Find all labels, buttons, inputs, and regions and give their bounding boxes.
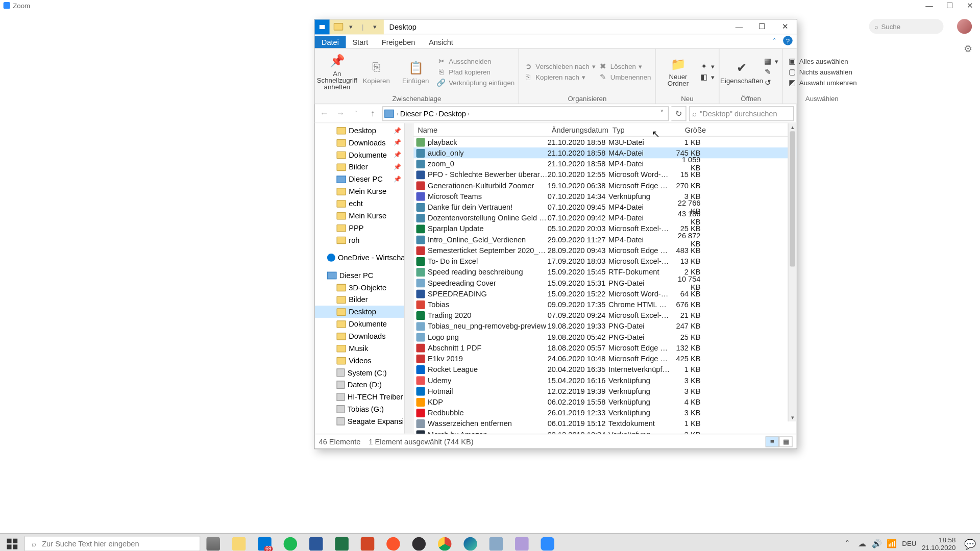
tree-item[interactable]: Bilder	[315, 293, 413, 306]
tree-item[interactable]: Seagate Expansion Driv	[315, 415, 413, 428]
tree-item[interactable]: Desktop📌˅	[315, 124, 413, 137]
scroll-thumb[interactable]	[790, 131, 795, 266]
zoom-close-button[interactable]: ✕	[960, 0, 980, 11]
qat-dropdown-icon[interactable]: ▾	[346, 22, 356, 32]
task-word[interactable]	[303, 534, 329, 551]
chevron-right-icon[interactable]: ›	[468, 110, 470, 116]
tree-item[interactable]: Dieser PC	[315, 269, 413, 282]
onedrive-icon[interactable]: ☁	[857, 539, 867, 548]
zoom-search-input[interactable]: ⌕ Suche	[869, 19, 944, 34]
tree-item[interactable]: System (C:)	[315, 367, 413, 379]
nav-up-button[interactable]: ↑	[366, 107, 380, 120]
address-bar[interactable]: › Dieser PC › Desktop › ˅	[382, 106, 669, 121]
move-to-button[interactable]: ➲Verschieben nach▾	[523, 62, 595, 71]
task-obs[interactable]	[406, 534, 432, 551]
paste-button[interactable]: 📋Einfügen	[397, 59, 434, 84]
file-row[interactable]: Hotmail12.02.2019 19:39Verknüpfung3 KB	[413, 386, 797, 396]
file-row[interactable]: Speedreading Cover15.09.2020 15:31PNG-Da…	[413, 278, 797, 288]
chevron-right-icon[interactable]: ›	[435, 110, 437, 116]
history-button[interactable]: ↺	[763, 78, 778, 87]
delete-button[interactable]: ✖Löschen▾	[598, 62, 651, 71]
task-explorer[interactable]	[226, 534, 252, 551]
tab-file[interactable]: Datei	[315, 36, 346, 48]
file-row[interactable]: Logo png19.08.2020 05:42PNG-Datei25 KB	[413, 332, 797, 342]
file-row[interactable]: KDP06.02.2019 15:58Verknüpfung4 KB	[413, 396, 797, 407]
file-row[interactable]: PFO - Schlechte Bewerber überarbeitet20.…	[413, 169, 797, 180]
tree-item[interactable]: roh	[315, 234, 413, 246]
easy-access-button[interactable]: ◧▾	[699, 72, 715, 82]
tree-item[interactable]: 3D-Objekte	[315, 282, 413, 294]
col-name[interactable]: Name	[413, 126, 548, 134]
copy-path-button[interactable]: ⎘Pfad kopieren	[436, 67, 514, 77]
edit-button[interactable]: ✎	[763, 67, 778, 77]
clock[interactable]: 18:58 21.10.2020	[922, 536, 955, 551]
nav-recent-button[interactable]: ˅	[350, 107, 364, 120]
list-scrollbar[interactable]: ▴ ▾	[788, 123, 796, 421]
file-row[interactable]: To- Do in Excel17.09.2020 18:03Microsoft…	[413, 256, 797, 266]
crumb-desktop[interactable]: Desktop	[438, 109, 466, 117]
open-button[interactable]: ▦▾	[763, 56, 778, 66]
col-date[interactable]: Änderungsdatum	[548, 126, 608, 134]
view-details-button[interactable]: ≡	[766, 436, 779, 447]
scroll-up-icon[interactable]: ▴	[789, 123, 797, 131]
task-view-button[interactable]	[200, 534, 226, 551]
tree-item[interactable]: Downloads	[315, 330, 413, 342]
col-type[interactable]: Typ	[608, 126, 671, 134]
close-button[interactable]: ✕	[774, 19, 797, 34]
tree-scrollbar[interactable]	[404, 123, 413, 434]
properties-button[interactable]: ✔Eigenschaften	[723, 59, 760, 84]
file-row[interactable]: Microsoft Teams07.10.2020 14:34Verknüpfu…	[413, 191, 797, 202]
file-row[interactable]: Rocket League20.04.2020 16:35Internetver…	[413, 364, 797, 374]
task-excel[interactable]	[329, 534, 354, 551]
tray-overflow-icon[interactable]: ˄	[843, 539, 852, 548]
tree-item[interactable]: Seagate Expansion Drive˅	[315, 433, 413, 434]
wifi-icon[interactable]: 📶	[887, 539, 897, 548]
tree-item[interactable]: Dokumente📌˅	[315, 149, 413, 161]
file-row[interactable]: Generationen-Kulturbild Zoomer19.10.2020…	[413, 180, 797, 191]
file-row[interactable]: Merch by Amazon22.12.2018 10:34Verknüpfu…	[413, 429, 797, 434]
copy-to-button[interactable]: ⎘Kopieren nach▾	[523, 72, 595, 82]
rename-button[interactable]: ✎Umbenennen	[598, 72, 651, 82]
tree-item[interactable]: Tobias (G:)	[315, 403, 413, 415]
tab-start[interactable]: Start	[346, 36, 375, 48]
file-row[interactable]: Wasserzeichen entfernen06.01.2019 15:12T…	[413, 418, 797, 429]
task-notepad[interactable]	[483, 534, 509, 551]
file-row[interactable]: Sparplan Update05.10.2020 20:03Microsoft…	[413, 223, 797, 234]
new-folder-button[interactable]: 📁Neuer Ordner	[660, 56, 697, 87]
file-row[interactable]: playback21.10.2020 18:58M3U-Datei1 KB	[413, 137, 797, 147]
new-item-button[interactable]: ✦▾	[699, 62, 715, 71]
maximize-button[interactable]: ☐	[751, 19, 774, 34]
nav-back-button[interactable]: ←	[317, 107, 331, 120]
file-row[interactable]: Semesterticket September 2020_Jänner 2…2…	[413, 245, 797, 256]
file-row[interactable]: audio_only21.10.2020 18:58M4A-Datei745 K…	[413, 147, 797, 158]
address-dropdown-icon[interactable]: ˅	[656, 109, 668, 117]
col-size[interactable]: Größe	[671, 126, 710, 134]
zoom-minimize-button[interactable]: —	[919, 0, 940, 11]
zoom-settings-icon[interactable]: ⚙	[963, 43, 973, 54]
chevron-right-icon[interactable]: ›	[397, 110, 399, 116]
file-row[interactable]: zoom_021.10.2020 18:58MP4-Datei1 059 KB	[413, 158, 797, 169]
tree-item[interactable]: Downloads📌˅	[315, 137, 413, 149]
start-button[interactable]	[0, 534, 24, 551]
taskbar-search-input[interactable]: ⌕ Zur Suche Text hier eingeben	[24, 536, 201, 551]
minimize-button[interactable]: —	[727, 19, 750, 34]
ribbon-collapse-icon[interactable]: ˄	[770, 36, 779, 45]
file-row[interactable]: Speed reading beschreibung15.09.2020 15:…	[413, 266, 797, 277]
explorer-search-input[interactable]: ⌕ "Desktop" durchsuchen	[689, 106, 794, 121]
file-row[interactable]: Abschnitt 1 PDF18.08.2020 05:57Microsoft…	[413, 342, 797, 353]
copy-button[interactable]: ⎘Kopieren	[358, 59, 395, 84]
language-indicator[interactable]: DEU	[902, 540, 916, 547]
paste-link-button[interactable]: 🔗Verknüpfung einfügen	[436, 78, 514, 87]
tree-item[interactable]: Desktop	[315, 306, 413, 318]
refresh-button[interactable]: ↻	[671, 106, 686, 121]
scroll-down-icon[interactable]: ▾	[789, 413, 797, 421]
view-large-button[interactable]: ▦	[779, 436, 793, 447]
select-none-button[interactable]: ▢Nichts auswählen	[787, 67, 857, 77]
tree-item[interactable]: Mein Kurse	[315, 185, 413, 197]
file-row[interactable]: Udemy15.04.2020 16:16Verknüpfung3 KB	[413, 375, 797, 386]
tree-item[interactable]: PPP	[315, 222, 413, 234]
file-row[interactable]: Tobias_neu_png-removebg-preview19.08.202…	[413, 321, 797, 332]
tree-item[interactable]: Dieser PC📌˅	[315, 173, 413, 185]
file-row[interactable]: E1kv 201924.06.2020 10:48Microsoft Edge …	[413, 353, 797, 364]
task-zoom[interactable]	[535, 534, 560, 551]
